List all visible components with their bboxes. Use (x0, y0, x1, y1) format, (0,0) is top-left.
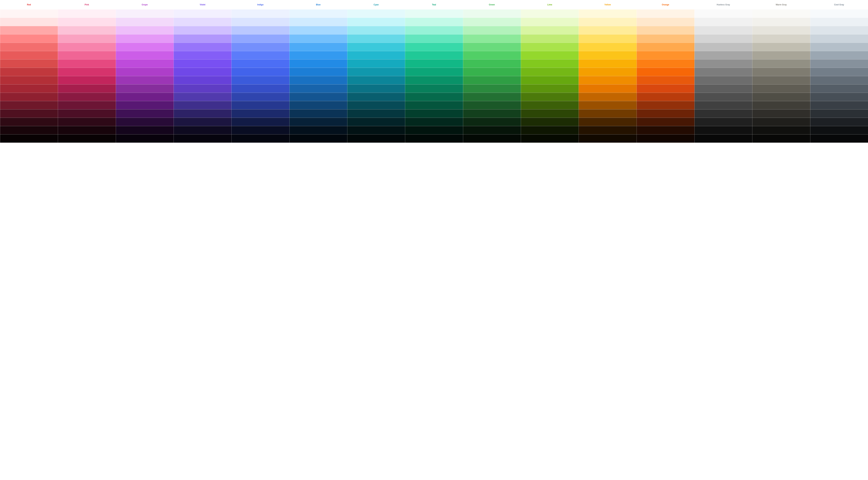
column-header[interactable]: Red (0, 0, 58, 9)
color-swatch[interactable] (231, 84, 289, 93)
color-swatch[interactable] (810, 43, 868, 51)
color-swatch[interactable] (174, 109, 231, 118)
color-swatch[interactable] (58, 93, 116, 101)
color-swatch[interactable] (58, 118, 116, 126)
color-swatch[interactable] (810, 26, 868, 34)
color-swatch[interactable] (58, 68, 116, 76)
color-swatch[interactable] (463, 59, 521, 68)
color-swatch[interactable] (463, 51, 521, 59)
color-swatch[interactable] (463, 43, 521, 51)
color-swatch[interactable] (752, 43, 810, 51)
color-swatch[interactable] (521, 59, 579, 68)
color-swatch[interactable] (347, 9, 405, 18)
color-swatch[interactable] (289, 68, 347, 76)
color-swatch[interactable] (58, 9, 116, 18)
color-swatch[interactable] (752, 18, 810, 26)
color-swatch[interactable] (637, 68, 694, 76)
color-swatch[interactable] (579, 43, 637, 51)
color-swatch[interactable] (521, 18, 579, 26)
color-swatch[interactable] (463, 134, 521, 142)
color-swatch[interactable] (405, 126, 463, 134)
color-swatch[interactable] (405, 26, 463, 34)
color-swatch[interactable] (0, 51, 58, 59)
color-swatch[interactable] (694, 43, 752, 51)
color-swatch[interactable] (0, 118, 58, 126)
color-swatch[interactable] (405, 68, 463, 76)
color-swatch[interactable] (347, 93, 405, 101)
color-swatch[interactable] (289, 118, 347, 126)
color-swatch[interactable] (289, 59, 347, 68)
color-swatch[interactable] (694, 76, 752, 84)
color-swatch[interactable] (579, 76, 637, 84)
color-swatch[interactable] (405, 9, 463, 18)
color-swatch[interactable] (637, 84, 694, 93)
color-swatch[interactable] (579, 26, 637, 34)
color-swatch[interactable] (694, 84, 752, 93)
column-header[interactable]: Warm Gray (752, 0, 810, 9)
color-swatch[interactable] (405, 84, 463, 93)
color-swatch[interactable] (521, 34, 579, 43)
color-swatch[interactable] (0, 26, 58, 34)
color-swatch[interactable] (463, 126, 521, 134)
color-swatch[interactable] (810, 9, 868, 18)
color-swatch[interactable] (579, 18, 637, 26)
color-swatch[interactable] (752, 126, 810, 134)
color-swatch[interactable] (405, 18, 463, 26)
color-swatch[interactable] (579, 134, 637, 142)
color-swatch[interactable] (521, 9, 579, 18)
color-swatch[interactable] (58, 34, 116, 43)
color-swatch[interactable] (0, 43, 58, 51)
color-swatch[interactable] (116, 59, 174, 68)
color-swatch[interactable] (347, 51, 405, 59)
color-swatch[interactable] (463, 76, 521, 84)
color-swatch[interactable] (579, 34, 637, 43)
color-swatch[interactable] (579, 51, 637, 59)
color-swatch[interactable] (463, 68, 521, 76)
color-swatch[interactable] (810, 51, 868, 59)
color-swatch[interactable] (637, 34, 694, 43)
color-swatch[interactable] (0, 76, 58, 84)
color-swatch[interactable] (694, 18, 752, 26)
color-swatch[interactable] (405, 109, 463, 118)
color-swatch[interactable] (289, 109, 347, 118)
color-swatch[interactable] (752, 118, 810, 126)
color-swatch[interactable] (116, 101, 174, 109)
color-swatch[interactable] (289, 101, 347, 109)
color-swatch[interactable] (521, 51, 579, 59)
color-swatch[interactable] (174, 93, 231, 101)
color-swatch[interactable] (58, 84, 116, 93)
color-swatch[interactable] (752, 93, 810, 101)
color-swatch[interactable] (58, 126, 116, 134)
color-swatch[interactable] (463, 93, 521, 101)
color-swatch[interactable] (405, 93, 463, 101)
color-swatch[interactable] (463, 26, 521, 34)
color-swatch[interactable] (116, 93, 174, 101)
color-swatch[interactable] (752, 9, 810, 18)
color-swatch[interactable] (116, 9, 174, 18)
column-header[interactable]: Violet (174, 0, 231, 9)
color-swatch[interactable] (579, 68, 637, 76)
color-swatch[interactable] (58, 59, 116, 68)
color-swatch[interactable] (231, 51, 289, 59)
color-swatch[interactable] (405, 76, 463, 84)
color-swatch[interactable] (174, 51, 231, 59)
color-swatch[interactable] (231, 18, 289, 26)
color-swatch[interactable] (58, 109, 116, 118)
color-swatch[interactable] (174, 59, 231, 68)
color-swatch[interactable] (521, 134, 579, 142)
color-swatch[interactable] (637, 101, 694, 109)
color-swatch[interactable] (637, 18, 694, 26)
color-swatch[interactable] (752, 68, 810, 76)
color-swatch[interactable] (347, 84, 405, 93)
color-swatch[interactable] (637, 76, 694, 84)
color-swatch[interactable] (347, 126, 405, 134)
color-swatch[interactable] (0, 9, 58, 18)
color-swatch[interactable] (637, 51, 694, 59)
color-swatch[interactable] (231, 59, 289, 68)
color-swatch[interactable] (810, 126, 868, 134)
color-swatch[interactable] (521, 118, 579, 126)
color-swatch[interactable] (810, 59, 868, 68)
color-swatch[interactable] (694, 109, 752, 118)
color-swatch[interactable] (116, 126, 174, 134)
color-swatch[interactable] (694, 34, 752, 43)
